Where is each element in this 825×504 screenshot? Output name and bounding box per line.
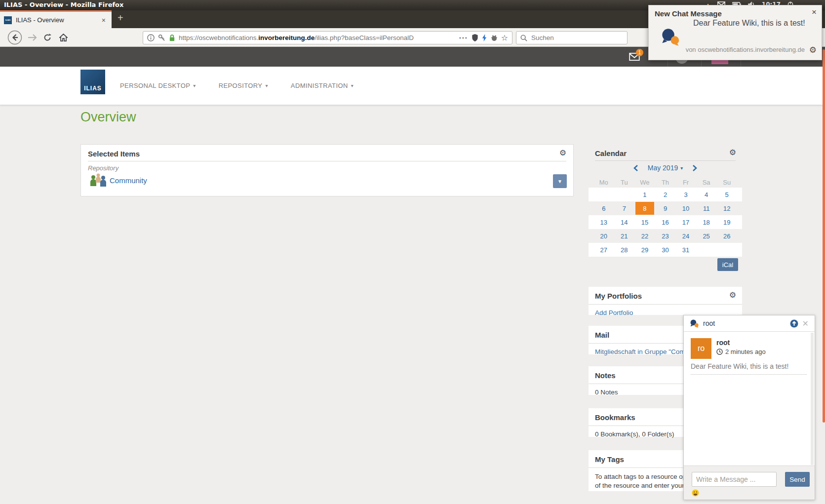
calendar-day[interactable]: 14: [614, 215, 635, 229]
chevron-down-icon: ▼: [557, 179, 562, 184]
ilias-logo[interactable]: ILIAS: [80, 70, 105, 94]
calendar-day[interactable]: 15: [634, 215, 655, 229]
gear-icon[interactable]: ⚙: [559, 149, 566, 157]
calendar-day[interactable]: 1: [634, 188, 655, 201]
emoji-picker-icon[interactable]: [692, 489, 699, 497]
permission-key-icon[interactable]: [158, 34, 165, 41]
home-button[interactable]: [57, 28, 69, 47]
lightning-icon[interactable]: [482, 34, 487, 41]
calendar-day[interactable]: 22: [634, 229, 655, 243]
calendar-day[interactable]: 4: [696, 188, 717, 201]
screen: ILIAS - Overview - Mozilla Firefox ▲ 10:…: [0, 0, 825, 504]
invite-user-icon[interactable]: [790, 319, 798, 328]
tab-title: ILIAS - Overview: [16, 16, 100, 24]
calendar-day[interactable]: 23: [655, 229, 676, 243]
calendar-day-empty: [614, 188, 635, 201]
page-actions-icon[interactable]: ···: [459, 34, 468, 42]
lock-icon[interactable]: [169, 34, 175, 41]
info-icon[interactable]: [147, 34, 155, 41]
back-button[interactable]: [7, 28, 23, 47]
calendar-day[interactable]: 25: [696, 229, 717, 243]
new-tab-button[interactable]: +: [118, 12, 123, 24]
calendar-day[interactable]: 11: [696, 201, 717, 215]
calendar-day[interactable]: 27: [593, 243, 614, 257]
calendar-day-selected[interactable]: 8: [635, 202, 654, 215]
calendar-day[interactable]: 26: [716, 229, 737, 243]
calendar-day[interactable]: 12: [716, 201, 737, 215]
menu-item-label: PERSONAL DESKTOP: [120, 82, 190, 89]
next-month-icon[interactable]: [693, 165, 697, 171]
item-actions-dropdown[interactable]: ▼: [553, 174, 567, 188]
calendar-day-header: Tu: [614, 177, 635, 188]
gear-icon[interactable]: ⚙: [729, 149, 736, 156]
chat-footer: Send: [684, 465, 815, 500]
send-button[interactable]: Send: [785, 472, 810, 487]
chat-scrollbar[interactable]: [811, 333, 814, 465]
menu-item-personal-desktop[interactable]: PERSONAL DESKTOP▾: [120, 82, 196, 89]
prev-month-icon[interactable]: [633, 165, 638, 171]
calendar-day[interactable]: 10: [675, 201, 696, 215]
tab-close-icon[interactable]: ×: [100, 16, 108, 24]
menu-item-label: REPOSITORY: [219, 82, 263, 89]
calendar-day[interactable]: 21: [614, 229, 635, 243]
calendar-day[interactable]: 19: [716, 215, 737, 229]
calendar-day[interactable]: 13: [593, 215, 614, 229]
community-link[interactable]: Community: [110, 176, 147, 185]
ical-button[interactable]: iCal: [717, 258, 738, 271]
calendar-day[interactable]: 5: [716, 188, 737, 201]
calendar-panel: Calendar ⚙ May 2019 ▾ MoTuWeThFrSaSu 123…: [589, 144, 742, 273]
notification-close-icon[interactable]: ×: [812, 7, 817, 17]
calendar-day[interactable]: 7: [614, 201, 635, 215]
panel-title: Calendar: [595, 149, 627, 157]
chevron-down-icon: ▾: [193, 83, 196, 88]
calendar-day[interactable]: 24: [675, 229, 696, 243]
menu-item-administration[interactable]: ADMINISTRATION▾: [291, 82, 354, 89]
chat-timestamp-text: 2 minutes ago: [725, 348, 766, 355]
chevron-down-icon: ▾: [680, 165, 683, 171]
panel-title: Bookmarks: [595, 413, 635, 422]
calendar-day[interactable]: 2: [655, 188, 676, 201]
chat-notification-popup[interactable]: New Chat Message × Dear Feature Wiki, th…: [648, 5, 822, 60]
message-separator: [691, 374, 807, 375]
url-text[interactable]: https://oscwebnotifications.invorbereitu…: [179, 34, 456, 41]
chat-message-list: ro root 2 minutes ago Dear Feature Wiki,…: [684, 332, 815, 467]
menu-item-repository[interactable]: REPOSITORY▾: [219, 82, 268, 89]
shield-icon[interactable]: [471, 34, 478, 41]
chat-timestamp: 2 minutes ago: [716, 348, 766, 355]
search-input[interactable]: [530, 34, 623, 42]
calendar-day[interactable]: 28: [614, 243, 635, 257]
panel-title: Notes: [595, 371, 616, 380]
notification-title: New Chat Message: [655, 9, 722, 18]
gear-icon[interactable]: ⚙: [809, 45, 817, 55]
calendar-day[interactable]: 31: [675, 243, 696, 257]
url-fade: [426, 34, 456, 41]
calendar-day[interactable]: 3: [675, 188, 696, 201]
mail-unread-badge: 1: [636, 49, 643, 56]
calendar-day[interactable]: 6: [593, 201, 614, 215]
calendar-day-header: Su: [716, 177, 737, 188]
chat-header: root ✕: [684, 315, 815, 332]
forward-button[interactable]: [27, 28, 39, 47]
chat-message-input[interactable]: [692, 472, 777, 487]
calendar-day[interactable]: 18: [696, 215, 717, 229]
calendar-day[interactable]: 29: [634, 243, 655, 257]
reload-button[interactable]: [41, 28, 53, 47]
panel-title: My Portfolios: [595, 292, 642, 300]
calendar-day[interactable]: 16: [655, 215, 676, 229]
calendar-day[interactable]: 20: [593, 229, 614, 243]
calendar-day[interactable]: 30: [655, 243, 676, 257]
search-bar[interactable]: [516, 31, 628, 44]
header-mail-button[interactable]: 1: [623, 47, 646, 67]
calendar-day[interactable]: 17: [675, 215, 696, 229]
calendar-month-select[interactable]: May 2019 ▾: [648, 164, 683, 172]
gear-icon[interactable]: ⚙: [729, 291, 736, 299]
url-bar[interactable]: https://oscwebnotifications.invorbereitu…: [143, 31, 512, 44]
chat-close-icon[interactable]: ✕: [802, 319, 809, 328]
browser-tab[interactable]: ILIAS ILIAS - Overview ×: [0, 10, 112, 28]
calendar-day[interactable]: 9: [655, 201, 676, 215]
divider: [88, 161, 566, 161]
bookmark-star-icon[interactable]: ☆: [501, 33, 508, 42]
chat-bubbles-icon: [690, 319, 699, 328]
scrollbar-thumb[interactable]: [823, 49, 825, 423]
extension-icon[interactable]: [491, 35, 498, 41]
